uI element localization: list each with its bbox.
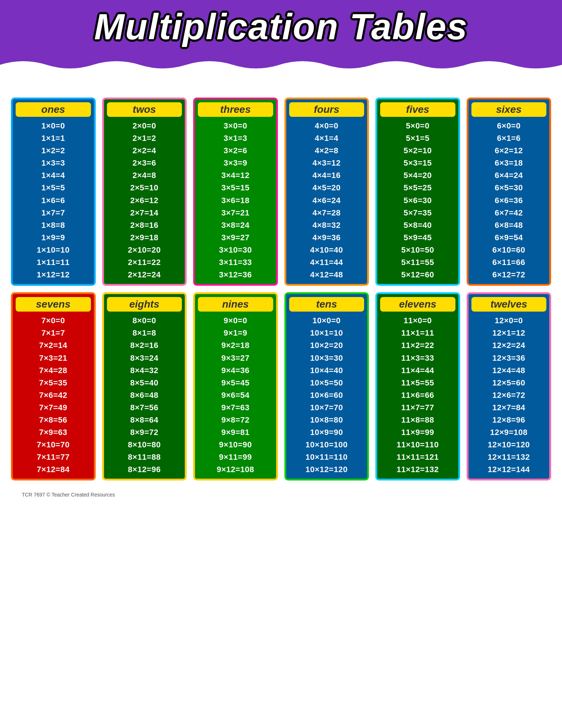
- table-row: 6×10=60: [471, 244, 547, 256]
- table-row: 1×12=12: [16, 269, 91, 281]
- table-row: 6×0=0: [471, 120, 547, 132]
- table-row: 5×10=50: [380, 244, 455, 256]
- table-row: 2×10=20: [107, 244, 182, 256]
- table-row: 8×2=16: [107, 339, 182, 352]
- table-row: 7×7=49: [16, 401, 91, 414]
- table-row: 8×9=72: [107, 426, 182, 439]
- table-row: 12×2=24: [471, 339, 547, 352]
- table-row: 4×12=48: [289, 269, 364, 281]
- table-row: 1×1=1: [16, 132, 91, 145]
- table-row: 8×1=8: [107, 327, 182, 339]
- table-row: 12×4=48: [471, 364, 547, 377]
- table-row: 8×8=64: [107, 414, 182, 426]
- table-row: 7×2=14: [16, 339, 91, 352]
- table-row: 5×7=35: [380, 207, 455, 219]
- table-row: 6×11=66: [471, 256, 547, 269]
- table-row: 10×11=110: [289, 451, 364, 463]
- table-row: 2×7=14: [107, 207, 182, 219]
- table-row: 12×7=84: [471, 401, 547, 414]
- table-row: 2×4=8: [107, 169, 182, 182]
- table-row: 1×6=6: [16, 194, 91, 207]
- table-card-sixes: sixes6×0=06×1=66×2=126×3=186×4=246×5=306…: [467, 98, 551, 286]
- table-row: 6×4=24: [471, 169, 547, 182]
- table-row: 1×5=5: [16, 182, 91, 194]
- table-row: 12×10=120: [471, 439, 547, 451]
- table-row: 6×9=54: [471, 232, 547, 244]
- table-row: 5×5=25: [380, 182, 455, 194]
- table-row: 7×11=77: [16, 451, 91, 463]
- table-row: 12×0=0: [471, 314, 547, 327]
- table-row: 12×5=60: [471, 377, 547, 389]
- table-row: 11×5=55: [380, 377, 455, 389]
- table-row: 10×2=20: [289, 339, 364, 352]
- table-card-ones: ones1×0=01×1=11×2=21×3=31×4=41×5=51×6=61…: [11, 98, 96, 286]
- table-row: 2×5=10: [107, 182, 182, 194]
- table-row: 3×9=27: [198, 232, 273, 244]
- table-row: 1×7=7: [16, 207, 91, 219]
- table-row: 4×8=32: [289, 219, 364, 232]
- table-row: 3×4=12: [198, 169, 273, 182]
- card-title-ones: ones: [16, 102, 91, 117]
- table-row: 4×2=8: [289, 145, 364, 157]
- table-row: 3×6=18: [198, 194, 273, 207]
- page-title: Multiplication Tables: [11, 7, 551, 47]
- table-row: 2×2=4: [107, 145, 182, 157]
- table-row: 8×11=88: [107, 451, 182, 463]
- table-row: 9×8=72: [198, 414, 273, 426]
- table-row: 5×4=20: [380, 169, 455, 182]
- table-row: 8×6=48: [107, 389, 182, 401]
- table-row: 8×12=96: [107, 463, 182, 476]
- table-row: 11×10=110: [380, 439, 455, 451]
- table-row: 7×0=0: [16, 314, 91, 327]
- table-row: 8×0=0: [107, 314, 182, 327]
- table-card-fives: fives5×0=05×1=55×2=105×3=155×4=205×5=255…: [375, 98, 460, 286]
- table-row: 10×5=50: [289, 377, 364, 389]
- table-row: 6×2=12: [471, 145, 547, 157]
- card-title-threes: threes: [198, 102, 273, 117]
- card-title-eights: eights: [107, 297, 182, 312]
- table-row: 11×3=33: [380, 352, 455, 364]
- table-row: 12×12=144: [471, 463, 547, 476]
- table-row: 10×0=0: [289, 314, 364, 327]
- table-row: 10×8=80: [289, 414, 364, 426]
- table-row: 9×6=54: [198, 389, 273, 401]
- table-row: 9×9=81: [198, 426, 273, 439]
- card-title-fives: fives: [380, 102, 455, 117]
- table-row: 12×1=12: [471, 327, 547, 339]
- table-row: 9×3=27: [198, 352, 273, 364]
- table-card-tens: tens10×0=010×1=1010×2=2010×3=3010×4=4010…: [284, 292, 369, 480]
- table-row: 4×6=24: [289, 194, 364, 207]
- table-row: 12×9=108: [471, 426, 547, 439]
- table-row: 1×8=8: [16, 219, 91, 232]
- table-row: 5×9=45: [380, 232, 455, 244]
- table-row: 11×1=11: [380, 327, 455, 339]
- table-row: 2×1=2: [107, 132, 182, 145]
- table-row: 3×10=30: [198, 244, 273, 256]
- table-row: 10×12=120: [289, 463, 364, 476]
- table-card-elevens: elevens11×0=011×1=1111×2=2211×3=3311×4=4…: [375, 292, 460, 480]
- table-row: 6×3=18: [471, 157, 547, 169]
- header: Multiplication Tables: [0, 0, 562, 58]
- table-row: 7×1=7: [16, 327, 91, 339]
- table-row: 7×12=84: [16, 463, 91, 476]
- table-row: 5×6=30: [380, 194, 455, 207]
- table-row: 4×7=28: [289, 207, 364, 219]
- table-row: 8×5=40: [107, 377, 182, 389]
- table-row: 6×5=30: [471, 182, 547, 194]
- table-row: 8×7=56: [107, 401, 182, 414]
- table-row: 3×11=33: [198, 256, 273, 269]
- card-title-fours: fours: [289, 102, 364, 117]
- table-row: 11×4=44: [380, 364, 455, 377]
- table-row: 2×0=0: [107, 120, 182, 132]
- table-row: 11×7=77: [380, 401, 455, 414]
- table-row: 5×2=10: [380, 145, 455, 157]
- table-row: 3×8=24: [198, 219, 273, 232]
- table-row: 1×10=10: [16, 244, 91, 256]
- table-row: 3×3=9: [198, 157, 273, 169]
- table-row: 8×10=80: [107, 439, 182, 451]
- table-row: 4×1=4: [289, 132, 364, 145]
- tables-grid: ones1×0=01×1=11×2=21×3=31×4=41×5=51×6=61…: [11, 98, 551, 480]
- card-title-twelves: twelves: [471, 297, 547, 312]
- table-row: 9×7=63: [198, 401, 273, 414]
- table-card-threes: threes3×0=03×1=33×2=63×3=93×4=123×5=153×…: [193, 98, 278, 286]
